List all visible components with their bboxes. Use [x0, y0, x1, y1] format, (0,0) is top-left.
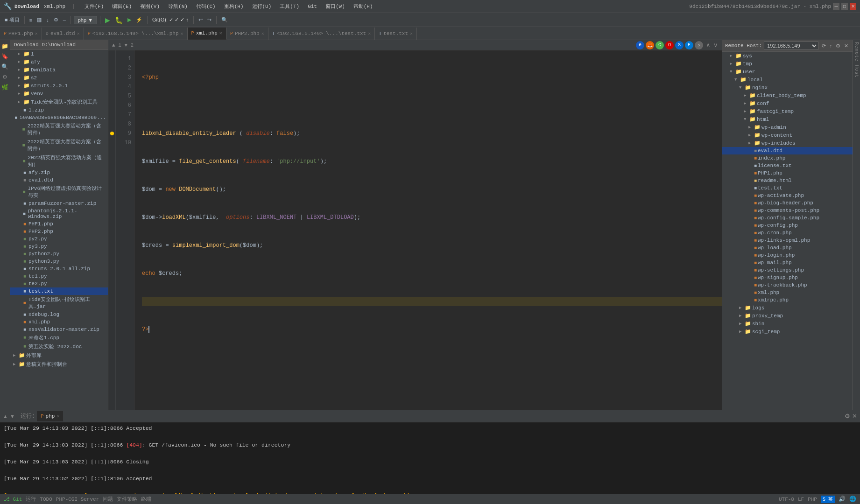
code-editor[interactable]: <?php libxml_disable_entity_loader ( dis…: [134, 50, 722, 410]
coverage-btn[interactable]: ▶: [126, 16, 133, 24]
close-button[interactable]: ✕: [850, 3, 856, 10]
remote-tree-item[interactable]: ▶📁 conf: [722, 99, 853, 107]
remote-tree-item[interactable]: ▶📁 wp-includes: [722, 139, 853, 147]
profile-btn[interactable]: ⚡: [134, 16, 144, 24]
remote-host-select[interactable]: 192.168.5.149: [764, 42, 818, 50]
ime-indicator[interactable]: S 英: [821, 496, 835, 503]
browser-icon-ie[interactable]: e: [636, 41, 644, 49]
left-tree-item[interactable]: ▶📁 afy: [10, 58, 108, 66]
terminal-status[interactable]: 终端: [141, 496, 151, 503]
menu-help[interactable]: 帮助(H): [351, 3, 376, 10]
file-watcher-status[interactable]: 文件策略: [117, 496, 137, 503]
left-tree-item[interactable]: ■ xssValidator-master.zip: [10, 326, 108, 333]
tab-remote-xml[interactable]: P <192.168.5.149> \...\xml.php ✕: [84, 28, 188, 40]
remote-tree-item[interactable]: ▼📁 user: [722, 68, 853, 76]
remote-tree-item[interactable]: ■ wp-config-sample.php: [722, 214, 853, 222]
left-tree-item[interactable]: ■ py3.py: [10, 243, 108, 250]
left-tree-item[interactable]: ■ test.txt: [10, 287, 108, 295]
left-tree-item[interactable]: ■ afy.zip: [10, 169, 108, 176]
git-btn[interactable]: Git(G): ✓ ✓ ✓ ↑: [150, 16, 190, 24]
left-tree-item[interactable]: ■ paramFuzzer-master.zip: [10, 200, 108, 207]
remote-btn-2[interactable]: ↑: [828, 42, 834, 49]
menu-edit[interactable]: 编辑(E): [109, 3, 134, 10]
left-tree-item[interactable]: ■ 2022精英百强大赛活动方案（含附件）: [10, 137, 108, 153]
tab-xml[interactable]: P xml.php ✕: [188, 28, 226, 40]
left-tree-item[interactable]: ■ 59ABAAD8E68806EBAC108BD69...: [10, 114, 108, 121]
menu-git[interactable]: Git: [305, 4, 320, 9]
undo-btn[interactable]: ↩: [197, 16, 204, 24]
tab-php2[interactable]: P PHP2.php ✕: [226, 28, 268, 40]
toolbar-down-btn[interactable]: ↓: [44, 16, 51, 24]
terminal-run-btn[interactable]: ▲: [3, 413, 8, 419]
left-icon-3[interactable]: 🔍: [1, 63, 9, 71]
menu-view[interactable]: 视图(V): [137, 3, 162, 10]
left-tree-item[interactable]: ■ IPv6网络过渡虚拟仿真实验设计与实: [10, 184, 108, 200]
remote-tree-item[interactable]: ▶📁 scgi_temp: [722, 328, 853, 336]
menu-tools[interactable]: 工具(T): [277, 3, 302, 10]
left-tree-item[interactable]: ■ struts-2.0.1-all.zip: [10, 265, 108, 273]
terminal-close-btn[interactable]: ✕: [852, 413, 857, 420]
left-tree-item[interactable]: ▶📁 s2: [10, 74, 108, 82]
menu-code[interactable]: 代码(C): [193, 3, 219, 10]
nav-down-btn[interactable]: ∨: [713, 42, 718, 49]
terminal-run-btn-2[interactable]: ▼: [10, 413, 15, 419]
left-tree-item[interactable]: ■ PHP2.php: [10, 228, 108, 235]
left-tree-item[interactable]: ■ xml.php: [10, 318, 108, 326]
left-tree-item[interactable]: ■ Tide安全团队-指纹识别工具.jar: [10, 295, 108, 311]
remote-tree-item[interactable]: ■ wp-login.php: [722, 252, 853, 259]
remote-panel-label[interactable]: Remote Host: [853, 40, 860, 410]
remote-tree-item[interactable]: ▼📁 html: [722, 115, 853, 123]
menu-refactor[interactable]: 重构(H): [221, 3, 247, 10]
remote-btn-1[interactable]: ⟳: [820, 42, 827, 49]
left-tree-item[interactable]: ■ 第五次实验-2022.doc: [10, 342, 108, 351]
remote-file-tree[interactable]: ▶📁 sys▶📁 tmp▼📁 user▼📁 local▼📁 nginx▶📁 cl…: [722, 52, 853, 410]
left-tree-item[interactable]: ■ te1.py: [10, 273, 108, 280]
remote-tree-item[interactable]: ■ wp-trackback.php: [722, 281, 853, 289]
browser-icon-edge[interactable]: E: [685, 41, 693, 49]
left-tree-item[interactable]: ▶📁 DwnlData: [10, 66, 108, 74]
php-tab-close[interactable]: ✕: [56, 413, 59, 419]
menu-file[interactable]: 文件(F): [82, 3, 107, 10]
breakpoint-gutter[interactable]: [108, 50, 116, 410]
left-tree-item[interactable]: ■ 1.zip: [10, 106, 108, 114]
left-tree-item[interactable]: ■ py2.py: [10, 235, 108, 243]
nav-up-btn[interactable]: ∧: [706, 42, 711, 49]
remote-tree-item[interactable]: ■ license.txt: [722, 162, 853, 169]
editor-content[interactable]: 1 2 3 4 5 6 7 8 9 10 <?php: [108, 50, 722, 410]
left-tree-item[interactable]: ▶📁 venv: [10, 90, 108, 98]
remote-tree-item[interactable]: ▶📁 client_body_temp: [722, 91, 853, 99]
qa-status[interactable]: 问题: [103, 496, 113, 503]
tab-php-terminal[interactable]: P php ✕: [37, 411, 63, 421]
remote-tree-item[interactable]: ▶📁 tmp: [722, 60, 853, 68]
browser-icon-chrome[interactable]: C: [656, 41, 664, 49]
remote-tree-item[interactable]: ■ wp-activate.php: [722, 192, 853, 199]
left-icon-4[interactable]: ⚙: [1, 73, 9, 81]
sidebar-tree[interactable]: ▶📁 1▶📁 afy▶📁 DwnlData▶📁 s2▶📁 struts-2.0.…: [10, 50, 108, 410]
remote-tree-item[interactable]: ▶📁 fastcgi_temp: [722, 107, 853, 115]
remote-tree-item[interactable]: ▶📁 proxy_temp: [722, 312, 853, 320]
project-btn[interactable]: ■ 项目: [3, 15, 21, 24]
left-tree-item[interactable]: ▶📁 意稿文件和控制台: [10, 360, 108, 369]
tab-php1[interactable]: P PHP1.php ✕: [0, 28, 42, 40]
tab-xml-close[interactable]: ✕: [219, 30, 222, 36]
remote-btn-3[interactable]: ⚙: [834, 42, 842, 49]
debug-btn[interactable]: 🐛: [113, 15, 125, 25]
remote-tree-item[interactable]: ■ wp-mail.php: [722, 259, 853, 266]
menu-navigate[interactable]: 导航(N): [165, 3, 190, 10]
maximize-button[interactable]: □: [841, 3, 848, 10]
toolbar-settings-btn[interactable]: ⚙: [52, 16, 60, 24]
minimize-button[interactable]: ─: [833, 3, 839, 10]
toolbar-grid-btn[interactable]: ▦: [35, 16, 43, 24]
browser-icon-ff[interactable]: 🦊: [646, 41, 654, 49]
browser-icon-opera[interactable]: O: [665, 41, 674, 49]
remote-tree-item[interactable]: ■ xmlrpc.php: [722, 296, 853, 304]
tab-eval-close[interactable]: ✕: [77, 31, 80, 36]
remote-tree-item[interactable]: ■ xml.php: [722, 289, 853, 296]
left-icon-2[interactable]: 🔖: [1, 52, 9, 61]
left-tree-item[interactable]: ■ 2022精英百强大赛活动方案（含附件）: [10, 121, 108, 137]
git-status[interactable]: ⎇ Git: [4, 496, 22, 502]
tab-remote-xml-close[interactable]: ✕: [181, 31, 183, 36]
menu-run[interactable]: 运行(U): [249, 3, 275, 10]
left-icon-1[interactable]: 📁: [1, 42, 9, 50]
tab-php1-close[interactable]: ✕: [35, 31, 38, 36]
